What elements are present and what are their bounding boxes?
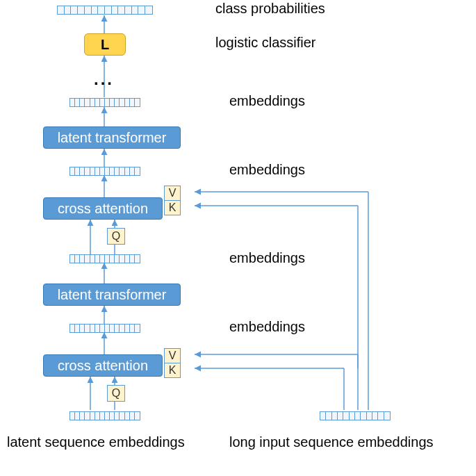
label-embeddings-2: embeddings (229, 162, 305, 178)
latent-seq-embedding-bar (69, 411, 140, 420)
k-box-1: K (164, 200, 181, 215)
latent-transformer-2: latent transformer (43, 284, 181, 306)
q-box-2: Q (107, 385, 125, 402)
long-input-embedding-bar (320, 411, 391, 420)
label-embeddings-1: embeddings (229, 93, 305, 109)
embedding-bar-4 (69, 324, 140, 333)
label-long-input-seq: long input sequence embeddings (229, 434, 434, 450)
q-box-1: Q (107, 228, 125, 245)
cross-attention-2: cross attention (43, 354, 163, 377)
latent-transformer-1: latent transformer (43, 126, 181, 149)
embedding-bar-3 (69, 254, 140, 263)
embedding-bar-1 (69, 98, 140, 107)
ellipsis: ... (94, 69, 114, 89)
label-latent-seq: latent sequence embeddings (7, 434, 185, 450)
label-logistic-classifier: logistic classifier (215, 35, 315, 51)
embedding-bar-2 (69, 167, 140, 176)
v-box-2: V (164, 348, 181, 363)
cross-attention-1: cross attention (43, 197, 163, 220)
arrows-overlay (0, 0, 476, 476)
class-probabilities-bar (57, 6, 153, 15)
v-box-1: V (164, 186, 181, 201)
label-embeddings-4: embeddings (229, 319, 305, 335)
label-embeddings-3: embeddings (229, 250, 305, 266)
logistic-classifier-block: L (84, 33, 126, 56)
label-class-probabilities: class probabilities (215, 1, 325, 17)
architecture-diagram: class probabilities L logistic classifie… (0, 0, 476, 476)
k-box-2: K (164, 363, 181, 378)
